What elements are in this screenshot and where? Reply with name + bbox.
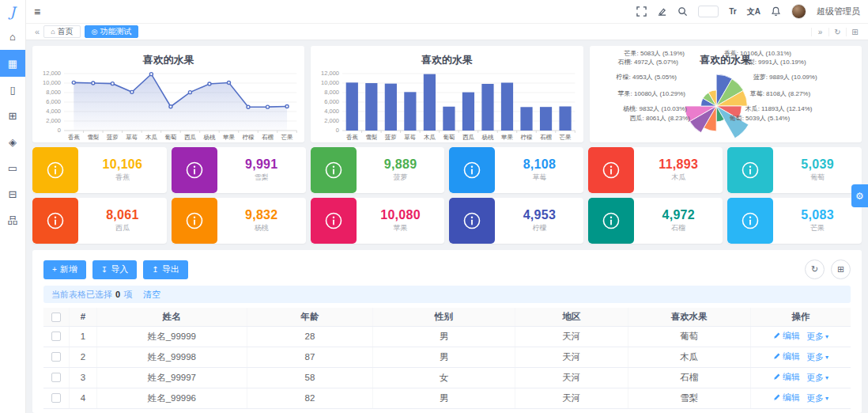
more-link[interactable]: 更多▾ bbox=[806, 372, 828, 384]
export-icon: ↥ bbox=[152, 265, 158, 274]
topbar: ≡ Tr 文A 超级管理员 bbox=[26, 0, 868, 24]
theme-settings-button[interactable]: ⚙ bbox=[851, 184, 868, 207]
stat-card-草莓: 8,108草莓 bbox=[449, 147, 583, 193]
shortcut-hint-box[interactable] bbox=[698, 6, 719, 17]
sidebar-item-home[interactable]: ⌂ bbox=[0, 24, 25, 50]
header-checkbox-cell bbox=[43, 308, 70, 326]
caret-down-icon: ▾ bbox=[825, 333, 828, 340]
add-button[interactable]: + 新增 bbox=[43, 260, 86, 279]
table-toolbar: + 新增 ↧ 导入 ↥ 导出 ↻ ⊞ bbox=[43, 260, 851, 279]
column-header: 喜欢水果 bbox=[628, 308, 750, 326]
sidebar-item-layout[interactable]: ▦ bbox=[0, 50, 25, 77]
info-icon bbox=[727, 198, 773, 244]
stat-label: 西瓜 bbox=[115, 223, 130, 233]
card-icon: ▭ bbox=[8, 162, 17, 174]
pie-slice-label: 菠萝: 9889人 (10.09%) bbox=[753, 73, 817, 81]
svg-text:草莓: 草莓 bbox=[126, 134, 138, 141]
info-icon bbox=[32, 198, 78, 244]
pie-chart-card: 芒果: 5083人 (5.19%)石榴: 4972人 (5.07%)柠檬: 49… bbox=[590, 46, 862, 142]
app-logo[interactable]: J bbox=[0, 0, 25, 24]
edit-link[interactable]: 编辑 bbox=[773, 350, 800, 362]
row-checkbox-cell bbox=[43, 347, 70, 367]
user-avatar[interactable] bbox=[791, 4, 806, 19]
stat-card-西瓜: 8,061西瓜 bbox=[32, 198, 167, 244]
stat-value: 5,039 bbox=[801, 157, 834, 172]
select-all-checkbox[interactable] bbox=[51, 313, 61, 322]
selection-text: 当前表格已选择 bbox=[51, 289, 112, 301]
sidebar-item-mobile[interactable]: ▯ bbox=[0, 77, 25, 103]
stat-card-body: 5,083芒果 bbox=[773, 198, 862, 244]
svg-text:石榴: 石榴 bbox=[540, 134, 552, 141]
import-button[interactable]: ↧ 导入 bbox=[92, 260, 137, 279]
column-header: 操作 bbox=[750, 308, 851, 326]
search-icon[interactable] bbox=[677, 6, 688, 17]
cell-actions: 编辑更多▾ bbox=[750, 326, 851, 347]
row-checkbox-cell bbox=[43, 388, 70, 408]
stat-label: 芒果 bbox=[810, 223, 825, 233]
more-link[interactable]: 更多▾ bbox=[806, 351, 828, 363]
stat-card-body: 11,893木瓜 bbox=[634, 147, 723, 193]
chart-title: 喜欢的水果 bbox=[311, 46, 583, 70]
hamburger-menu-icon[interactable]: ≡ bbox=[34, 6, 40, 18]
refresh-icon: ↻ bbox=[811, 264, 818, 275]
export-button[interactable]: ↥ 导出 bbox=[143, 260, 187, 279]
tab-function-test[interactable]: ◎ 功能测试 bbox=[85, 25, 139, 38]
tab-home[interactable]: ⌂ 首页 bbox=[43, 25, 80, 38]
bar-chart: 02,0004,0006,0008,00010,00012,000香蕉雪梨菠萝草… bbox=[311, 70, 583, 142]
stat-card-菠萝: 9,889菠萝 bbox=[311, 147, 445, 193]
stat-cards-grid: 10,106香蕉9,991雪梨9,889菠萝8,108草莓11,893木瓜5,0… bbox=[32, 147, 862, 244]
edit-link[interactable]: 编辑 bbox=[773, 371, 800, 383]
stat-card-芒果: 5,083芒果 bbox=[727, 198, 862, 244]
translate-icon[interactable]: 文A bbox=[747, 6, 760, 17]
table-row: 1姓名_9999928男天河葡萄编辑更多▾ bbox=[43, 326, 851, 347]
tabs-refresh-icon[interactable]: ↻ bbox=[828, 28, 846, 36]
table-panel: + 新增 ↧ 导入 ↥ 导出 ↻ ⊞ 当前表格已选 bbox=[32, 250, 862, 413]
stat-card-body: 4,972石榴 bbox=[634, 198, 723, 244]
edit-label: 编辑 bbox=[783, 330, 800, 342]
svg-text:8,000: 8,000 bbox=[46, 89, 61, 97]
info-icon bbox=[172, 147, 217, 193]
svg-text:10,000: 10,000 bbox=[43, 80, 61, 87]
row-checkbox[interactable] bbox=[51, 352, 61, 362]
row-checkbox[interactable] bbox=[51, 393, 61, 403]
svg-text:4,000: 4,000 bbox=[325, 108, 340, 116]
bell-icon[interactable] bbox=[771, 6, 781, 17]
cell-region: 天河 bbox=[515, 367, 628, 388]
username-label[interactable]: 超级管理员 bbox=[817, 6, 860, 17]
tabbar: « ⌂ 首页 ◎ 功能测试 » ↻ ⊞ bbox=[26, 24, 868, 40]
column-header: 年龄 bbox=[247, 308, 372, 326]
fullscreen-icon[interactable] bbox=[636, 6, 647, 17]
app-window: J ⌂▦▯⊞◈▭⊟品 ≡ Tr 文A bbox=[0, 0, 868, 413]
row-checkbox[interactable] bbox=[51, 332, 61, 341]
signature-icon[interactable] bbox=[657, 6, 667, 17]
row-checkbox[interactable] bbox=[51, 373, 61, 382]
tabs-scroll-left-icon[interactable]: « bbox=[31, 27, 43, 36]
layout-icon: ▦ bbox=[8, 58, 17, 70]
tabs-options-icon[interactable]: ⊞ bbox=[846, 28, 863, 36]
sidebar-item-pages[interactable]: ⊟ bbox=[0, 181, 25, 207]
stat-card-body: 8,108草莓 bbox=[495, 147, 583, 193]
edit-link[interactable]: 编辑 bbox=[773, 330, 800, 342]
home-icon: ⌂ bbox=[51, 28, 55, 36]
more-link[interactable]: 更多▾ bbox=[806, 392, 828, 404]
table-header-row: #姓名年龄性别地区喜欢水果操作 bbox=[43, 308, 851, 326]
sidebar-item-sitemap[interactable]: 品 bbox=[0, 207, 25, 233]
sidebar-item-card[interactable]: ▭ bbox=[0, 155, 25, 181]
table-refresh-button[interactable]: ↻ bbox=[805, 260, 825, 279]
more-link[interactable]: 更多▾ bbox=[806, 331, 828, 343]
more-label: 更多 bbox=[806, 372, 824, 384]
svg-text:6,000: 6,000 bbox=[46, 99, 61, 106]
sidebar-item-components[interactable]: ◈ bbox=[0, 129, 25, 155]
sidebar-item-apps[interactable]: ⊞ bbox=[0, 103, 25, 129]
stat-value: 11,893 bbox=[659, 157, 698, 172]
clear-selection-link[interactable]: 清空 bbox=[143, 289, 160, 301]
tabs-scroll-right-icon[interactable]: » bbox=[811, 28, 828, 36]
mobile-icon: ▯ bbox=[9, 84, 15, 96]
svg-text:苹果: 苹果 bbox=[501, 134, 514, 141]
stat-label: 苹果 bbox=[394, 223, 408, 233]
font-size-icon[interactable]: Tr bbox=[729, 7, 736, 16]
table-columns-button[interactable]: ⊞ bbox=[831, 260, 851, 279]
data-table: #姓名年龄性别地区喜欢水果操作 1姓名_9999928男天河葡萄编辑更多▾2姓名… bbox=[43, 308, 851, 409]
edit-link[interactable]: 编辑 bbox=[773, 392, 800, 404]
pie-slice-label: 苹果: 10080人 (10.29%) bbox=[618, 89, 685, 98]
